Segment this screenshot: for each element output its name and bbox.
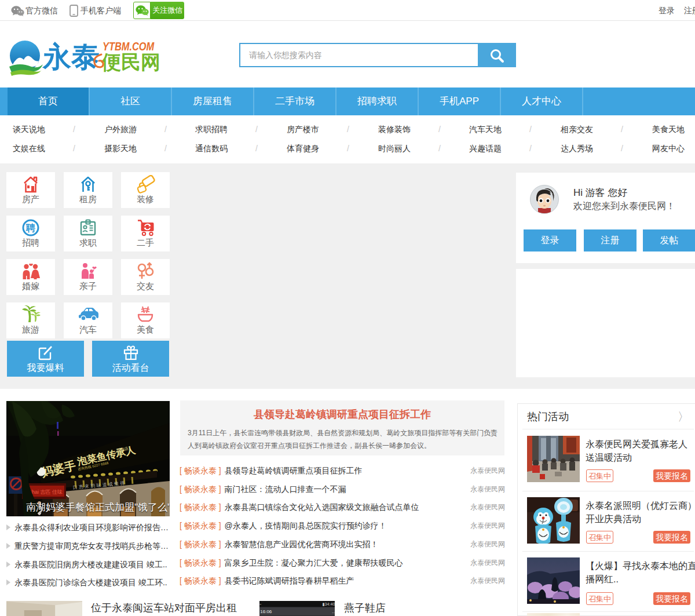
svg-text:〈 16:06: 〈 16:06 (259, 609, 272, 614)
svg-text:■□▪▫: ■□▪▫ (259, 602, 261, 607)
svg-text:▮34:40: ▮34:40 (323, 602, 335, 607)
svg-text:…: … (332, 609, 335, 614)
svg-text:聘: 聘 (25, 223, 35, 233)
